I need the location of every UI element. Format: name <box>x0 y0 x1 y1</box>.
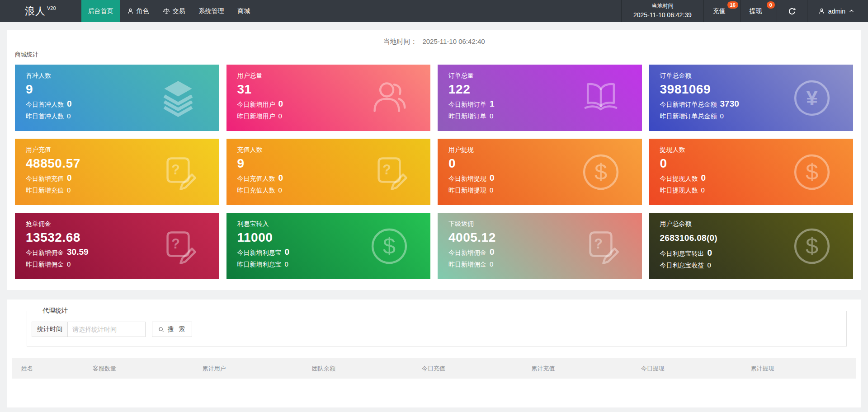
table-header-cell: 团队余额 <box>307 358 417 379</box>
layers-icon <box>158 78 198 118</box>
agent-stats-legend: 代理统计 <box>38 307 72 315</box>
agent-table: 姓名客服数量累计用户团队余额今日充值累计充值今日提现累计提现 <box>12 358 856 379</box>
search-icon <box>158 326 165 333</box>
nav-item-home[interactable]: 后台首页 <box>81 0 120 22</box>
doc-edit-icon: ? <box>369 152 410 192</box>
table-header-cell: 客服数量 <box>88 358 198 379</box>
withdraw-nav-button[interactable]: 提现 0 <box>740 0 777 22</box>
stat-card-first-charge-users: 首冲人数9今日首冲人数0昨日首冲人数0 <box>15 65 219 131</box>
scale-icon <box>163 8 170 15</box>
nav-item-label: 交易 <box>173 7 185 15</box>
svg-text:?: ? <box>171 236 180 251</box>
doc-edit-icon: ? <box>580 226 621 267</box>
local-time-value: 2025-11-10 06:42:39 <box>633 10 692 20</box>
stat-card-user-recharge: 用户充值48850.57今日新增充值0昨日新增充值0? <box>15 139 219 205</box>
nav-item-trade[interactable]: 交易 <box>156 0 192 22</box>
chevron-up-icon <box>849 8 854 14</box>
stat-card-total-orders: 订单总量122今日新增订单1昨日新增订单0 <box>438 65 642 131</box>
yen-circle-icon: ¥ <box>792 78 832 118</box>
user-icon <box>818 8 825 14</box>
section-title-mall-stats: 商城统计 <box>15 51 861 59</box>
svg-text:?: ? <box>171 162 180 177</box>
stat-card-user-total-balance: 用户总余额2683106.08(0)今日利息宝转出0今日利息宝收益0$ <box>649 213 854 279</box>
recharge-badge: 16 <box>727 1 738 9</box>
recharge-nav-button[interactable]: 充值 16 <box>703 0 740 22</box>
app-logo: 浪人 V20 <box>0 0 81 22</box>
stat-card-withdraw-users: 提现人数0今日提现人数0昨日提现人数0$ <box>649 139 854 205</box>
mall-stats-panel: 当地时间：2025-11-10 06:42:40 商城统计 首冲人数9今日首冲人… <box>7 30 861 290</box>
page-local-time: 当地时间：2025-11-10 06:42:40 <box>7 30 861 46</box>
stat-cards-grid: 首冲人数9今日首冲人数0昨日首冲人数0用户总量31今日新增用户0昨日新增用户0订… <box>15 65 853 279</box>
nav-item-label: 商城 <box>238 7 250 15</box>
stats-time-label: 统计时间 <box>32 322 68 337</box>
svg-text:?: ? <box>382 162 391 177</box>
agent-filter-row: 统计时间 搜 索 <box>32 322 842 337</box>
withdraw-badge: 0 <box>767 1 775 9</box>
navbar-right: 当地时间 2025-11-10 06:42:39 充值 16 提现 0 admi… <box>621 0 868 22</box>
nav-item-label: 后台首页 <box>88 7 113 15</box>
svg-text:$: $ <box>594 159 607 185</box>
agent-table-head: 姓名客服数量累计用户团队余额今日充值累计充值今日提现累计提现 <box>12 358 856 379</box>
local-time-label: 当地时间 <box>651 2 673 10</box>
nav-menu: 后台首页角色交易系统管理商城 <box>81 0 257 22</box>
stat-card-user-withdraw: 用户提现0今日新增提现0昨日新增提现0$ <box>438 139 642 205</box>
top-navbar: 浪人 V20 后台首页角色交易系统管理商城 当地时间 2025-11-10 06… <box>0 0 868 22</box>
svg-text:$: $ <box>806 159 818 185</box>
nav-item-system[interactable]: 系统管理 <box>192 0 231 22</box>
svg-text:$: $ <box>806 233 818 259</box>
doc-edit-icon: ? <box>158 226 198 267</box>
svg-text:¥: ¥ <box>806 86 818 110</box>
username: admin <box>828 8 845 15</box>
nav-item-mall[interactable]: 商城 <box>231 0 257 22</box>
table-header-cell: 累计提现 <box>746 358 856 379</box>
navbar-local-time: 当地时间 2025-11-10 06:42:39 <box>621 0 703 22</box>
refresh-button[interactable] <box>777 0 807 22</box>
doc-edit-icon: ? <box>158 152 198 192</box>
agent-table-header-row: 姓名客服数量累计用户团队余额今日充值累计充值今日提现累计提现 <box>12 358 856 379</box>
nav-item-roles[interactable]: 角色 <box>120 0 156 22</box>
withdraw-label: 提现 <box>750 7 762 15</box>
dollar-circle-icon: $ <box>580 152 621 192</box>
nav-item-label: 角色 <box>137 7 149 15</box>
page-time-value: 2025-11-10 06:42:40 <box>422 37 485 45</box>
table-header-cell: 今日提现 <box>637 358 746 379</box>
agent-stats-fieldset: 代理统计 统计时间 搜 索 <box>27 307 847 346</box>
table-header-cell: 累计充值 <box>527 358 637 379</box>
dollar-circle-icon: $ <box>369 226 410 267</box>
book-icon <box>580 78 621 118</box>
search-button-label: 搜 索 <box>168 325 186 333</box>
search-button[interactable]: 搜 索 <box>152 322 192 337</box>
stat-card-recharge-users: 充值人数9今日充值人数0昨日充值人数0? <box>226 139 431 205</box>
agent-stats-panel: 代理统计 统计时间 搜 索 姓名客服数量累计用户团队余额今日充值累计充值今日提现… <box>7 300 861 407</box>
stat-card-interest-transfer-in: 利息宝转入11000今日新增利息宝0昨日新增利息宝0$ <box>226 213 431 279</box>
stat-card-sub-rebate: 下级返佣4005.12今日新增佣金0昨日新增佣金0? <box>438 213 642 279</box>
table-header-cell: 累计用户 <box>198 358 308 379</box>
svg-text:?: ? <box>594 236 603 251</box>
user-menu[interactable]: admin <box>807 0 868 22</box>
table-header-cell: 姓名 <box>12 358 88 379</box>
recharge-label: 充值 <box>713 7 726 15</box>
dollar-circle-icon: $ <box>792 152 832 192</box>
dollar-circle-icon: $ <box>792 226 832 267</box>
stat-card-total-users: 用户总量31今日新增用户0昨日新增用户0 <box>226 65 431 131</box>
svg-text:$: $ <box>383 233 396 259</box>
app-version: V20 <box>47 5 56 11</box>
stat-card-order-total-amount: 订单总金额3981069今日新增订单总金额3730昨日新增订单总金额0¥ <box>649 65 854 131</box>
table-header-cell: 今日充值 <box>417 358 527 379</box>
users-icon <box>369 78 410 118</box>
refresh-icon <box>788 7 796 15</box>
page-time-label: 当地时间： <box>383 37 417 45</box>
stats-time-input[interactable] <box>68 322 146 337</box>
nav-item-label: 系统管理 <box>199 7 224 15</box>
app-logo-text: 浪人 <box>25 5 46 18</box>
user-icon <box>127 8 134 14</box>
stat-card-grab-commission: 抢单佣金13532.68今日新增佣金30.59昨日新增佣金0? <box>15 213 219 279</box>
